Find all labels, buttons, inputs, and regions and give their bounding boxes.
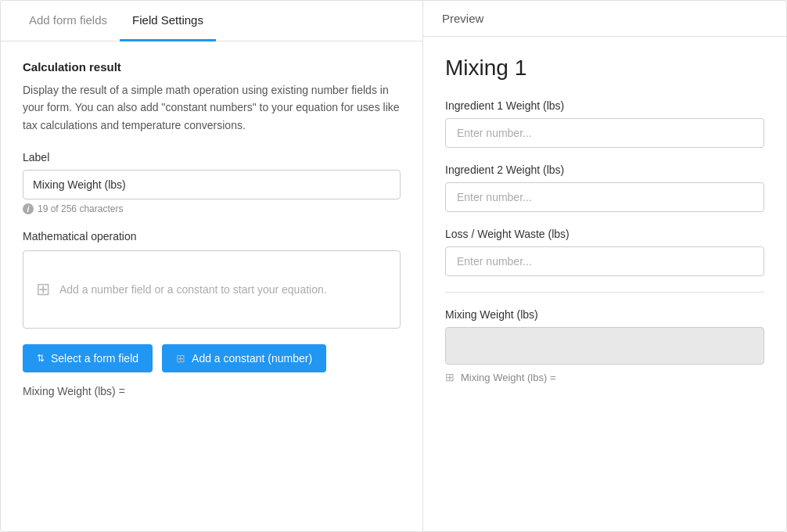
select-form-field-button[interactable]: ⇅ Select a form field (23, 344, 153, 372)
math-op-label: Mathematical operation (23, 230, 401, 243)
action-buttons: ⇅ Select a form field ⊞ Add a constant (… (23, 344, 401, 372)
info-icon: i (23, 203, 34, 214)
arrows-icon: ⇅ (37, 353, 45, 364)
form-title: Mixing 1 (445, 56, 764, 81)
equation-placeholder: Add a number field or a constant to star… (59, 283, 327, 296)
preview-content: Mixing 1 Ingredient 1 Weight (lbs) Ingre… (423, 37, 786, 531)
add-constant-button[interactable]: ⊞ Add a constant (number) (162, 344, 326, 372)
field-group-2: Ingredient 2 Weight (lbs) (445, 164, 764, 212)
left-panel: Add form fields Field Settings Calculati… (1, 1, 423, 531)
calc-formula-text: Mixing Weight (lbs) = (461, 372, 556, 383)
field-label-2: Ingredient 2 Weight (lbs) (445, 164, 764, 176)
preview-header: Preview (423, 1, 786, 37)
grid-icon: ⊞ (36, 279, 50, 300)
section-description: Display the result of a simple math oper… (23, 81, 401, 134)
field-label-3: Loss / Weight Waste (lbs) (445, 228, 764, 240)
select-form-field-label: Select a form field (51, 352, 138, 365)
field-group-1: Ingredient 1 Weight (lbs) (445, 99, 764, 148)
constant-grid-icon: ⊞ (176, 352, 185, 365)
calc-result-label: ⊞ Mixing Weight (lbs) = (445, 371, 764, 383)
section-title: Calculation result (23, 60, 401, 74)
left-content: Calculation result Display the result of… (1, 41, 422, 531)
field-input-3[interactable] (445, 246, 764, 276)
char-count-row: i 19 of 256 characters (23, 203, 401, 214)
field-input-1[interactable] (445, 118, 764, 148)
equation-box: ⊞ Add a number field or a constant to st… (23, 250, 401, 329)
label-field-label: Label (23, 151, 401, 164)
tab-add-form-fields[interactable]: Add form fields (16, 1, 120, 41)
right-panel: Preview Mixing 1 Ingredient 1 Weight (lb… (423, 1, 786, 531)
field-label-1: Ingredient 1 Weight (lbs) (445, 99, 764, 112)
tab-field-settings[interactable]: Field Settings (120, 1, 216, 41)
label-input[interactable] (23, 170, 401, 200)
char-count-text: 19 of 256 characters (38, 203, 123, 214)
field-group-3: Loss / Weight Waste (lbs) (445, 228, 764, 276)
add-constant-label: Add a constant (number) (192, 352, 312, 365)
calc-field-group: Mixing Weight (lbs) ⊞ Mixing Weight (lbs… (445, 292, 764, 383)
tab-bar: Add form fields Field Settings (1, 1, 422, 41)
field-input-2[interactable] (445, 182, 764, 212)
formula-display: Mixing Weight (lbs) = (23, 385, 401, 397)
calc-field-label: Mixing Weight (lbs) (445, 308, 764, 321)
calc-result-box (445, 327, 764, 365)
calc-grid-icon: ⊞ (445, 371, 455, 383)
